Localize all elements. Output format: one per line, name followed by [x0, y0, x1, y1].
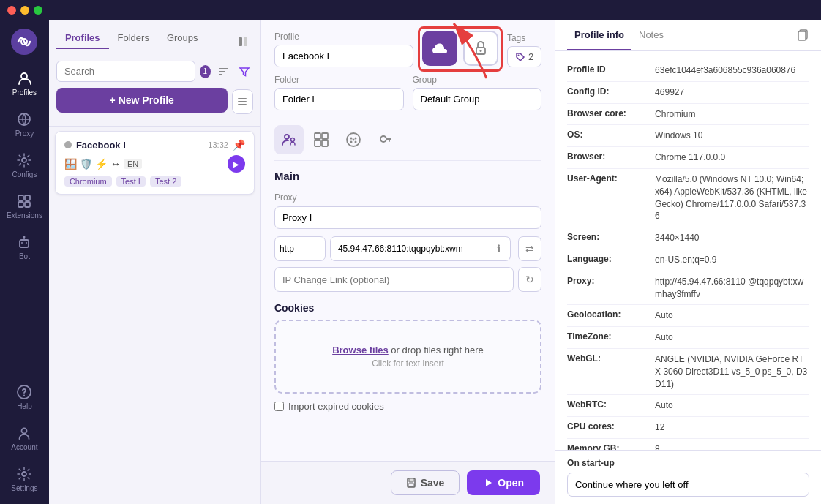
info-key-geolocation: Geolocation:: [567, 309, 655, 320]
proxy-value-input[interactable]: [330, 236, 487, 261]
tab-notes[interactable]: Notes: [631, 20, 671, 50]
info-val-browser: Chrome 117.0.0.0: [655, 151, 809, 164]
maximize-button[interactable]: [34, 6, 42, 15]
cookies-text-insert[interactable]: Click for text insert: [290, 358, 525, 369]
svg-point-5: [22, 158, 26, 162]
profile-editor: Profile: [261, 20, 555, 461]
profile-name-input[interactable]: [274, 45, 413, 67]
info-val-cpu: 12: [655, 421, 809, 434]
help-icon: [16, 384, 32, 400]
section-icon-tabs: [274, 119, 541, 161]
profile-icons-row: 🪟 🛡️ ⚡ ↔ EN ▶: [64, 155, 245, 173]
open-button[interactable]: Open: [467, 470, 540, 495]
ip-change-input[interactable]: [274, 267, 514, 292]
info-val-timezone: Auto: [655, 331, 809, 344]
sidebar-label-configs: Configs: [12, 170, 37, 178]
sidebar-label-proxy: Proxy: [15, 129, 34, 138]
sidebar-item-extensions[interactable]: Extensions: [2, 187, 46, 225]
minimize-button[interactable]: [20, 6, 29, 15]
app-logo: [9, 26, 40, 57]
svg-rect-16: [239, 37, 242, 46]
sidebar-label-extensions: Extensions: [7, 211, 42, 219]
sort-button[interactable]: [215, 61, 232, 82]
group-select[interactable]: Default Group: [413, 88, 542, 110]
import-expired-checkbox[interactable]: [274, 402, 284, 411]
tags-group: Tags 2: [507, 33, 541, 67]
cloud-icon-button[interactable]: [422, 31, 457, 66]
import-expired-label: Import expired cookies: [288, 401, 384, 412]
close-button[interactable]: [7, 6, 16, 15]
tab-profiles[interactable]: Profiles: [56, 28, 109, 49]
svg-rect-9: [25, 202, 30, 207]
tab-folders[interactable]: Folders: [109, 28, 158, 49]
proxy-label: Proxy: [274, 192, 541, 203]
proxy-info-button[interactable]: ℹ: [487, 236, 511, 261]
info-val-profile-id: 63efc1044ef3a606855c936a060876: [655, 64, 809, 77]
svg-rect-31: [322, 133, 328, 139]
sidebar-item-help[interactable]: Help: [2, 378, 46, 416]
svg-rect-21: [238, 98, 247, 99]
sidebar-item-settings[interactable]: Settings: [2, 460, 46, 498]
profile-tags-row: Chromium Test I Test 2: [64, 176, 245, 187]
info-row-geolocation: Geolocation: Auto: [567, 305, 809, 327]
proxy-value-container: ℹ: [330, 236, 511, 261]
profile-play-button[interactable]: ▶: [228, 155, 245, 173]
tab-key-icon[interactable]: [371, 125, 400, 154]
info-val-proxy: http://45.94.47.66:8110 @tqqpqybt:xwmhay…: [655, 276, 809, 301]
search-row: 1: [56, 61, 253, 82]
sidebar-item-configs[interactable]: Configs: [2, 146, 46, 184]
svg-point-35: [350, 138, 352, 140]
info-row-webrtc: WebRTC: Auto: [567, 395, 809, 417]
proxy-switch-button[interactable]: ⇄: [518, 236, 541, 261]
profile-card[interactable]: Facebook I 13:32 📌 🪟 🛡️ ⚡ ↔ EN ▶ Chromiu…: [55, 131, 255, 195]
proxy-select[interactable]: Proxy I: [274, 206, 541, 229]
proxy-section: Proxy Proxy I http ℹ ⇄: [274, 192, 541, 292]
info-val-webgl: ANGLE (NVIDIA, NVIDIA GeForce RTX 3060 D…: [655, 353, 809, 390]
search-input[interactable]: [56, 61, 195, 82]
collapse-panel-button[interactable]: [233, 31, 253, 52]
ip-refresh-button[interactable]: ↻: [518, 267, 541, 292]
filter-button[interactable]: [236, 61, 253, 82]
tags-label: Tags: [507, 33, 541, 43]
app-container: Profiles Proxy Configs: [0, 20, 821, 504]
proxy-type-select[interactable]: http: [274, 236, 326, 261]
svg-rect-7: [25, 195, 30, 200]
sidebar-item-bot[interactable]: Bot: [2, 228, 46, 266]
info-key-timezone: TimeZone:: [567, 331, 655, 342]
tab-users-icon[interactable]: [274, 125, 304, 154]
tab-profile-info[interactable]: Profile info: [567, 20, 631, 50]
tab-groups[interactable]: Groups: [158, 28, 207, 49]
info-key-proxy: Proxy:: [567, 276, 655, 286]
folder-select[interactable]: Folder I: [274, 88, 404, 110]
lock-icon-button[interactable]: [463, 31, 498, 66]
profile-info-body: Profile ID 63efc1044ef3a606855c936a06087…: [555, 51, 821, 450]
more-options-button[interactable]: [232, 89, 253, 114]
on-startup-section: On start-up Continue where you left off …: [555, 450, 821, 504]
on-startup-select[interactable]: Continue where you left off Open new tab…: [567, 473, 809, 497]
sidebar-item-account[interactable]: Account: [2, 419, 46, 457]
new-profile-button[interactable]: + New Profile: [56, 88, 228, 113]
tab-fingerprint-icon[interactable]: [307, 125, 336, 154]
profile-time: 13:32: [208, 140, 228, 149]
browser-tag: Chromium: [64, 176, 112, 187]
sidebar-item-profiles[interactable]: Profiles: [2, 64, 46, 102]
sidebar-label-bot: Bot: [19, 252, 30, 260]
save-button[interactable]: Save: [391, 470, 460, 495]
svg-rect-8: [18, 202, 23, 207]
group-group: Group Default Group: [413, 75, 542, 110]
browse-files-link[interactable]: Browse files: [332, 345, 389, 356]
tags-selector[interactable]: 2: [507, 46, 541, 67]
svg-point-40: [380, 136, 386, 142]
info-key-memory: Memory GB:: [567, 443, 655, 450]
info-row-language: Language: en-US,en;q=0.9: [567, 249, 809, 271]
tab-paint-icon[interactable]: [339, 125, 368, 154]
group-label: Group: [413, 75, 542, 85]
sidebar-item-proxy[interactable]: Proxy: [2, 105, 46, 143]
new-profile-row: + New Profile: [56, 88, 253, 119]
titlebar: [0, 0, 821, 20]
info-key-language: Language:: [567, 254, 655, 264]
cookies-drop-zone[interactable]: Browse files or drop files right here Cl…: [274, 320, 541, 394]
pin-button[interactable]: 📌: [233, 139, 245, 151]
copy-button[interactable]: [796, 28, 809, 44]
info-row-browser: Browser: Chrome 117.0.0.0: [567, 147, 809, 169]
